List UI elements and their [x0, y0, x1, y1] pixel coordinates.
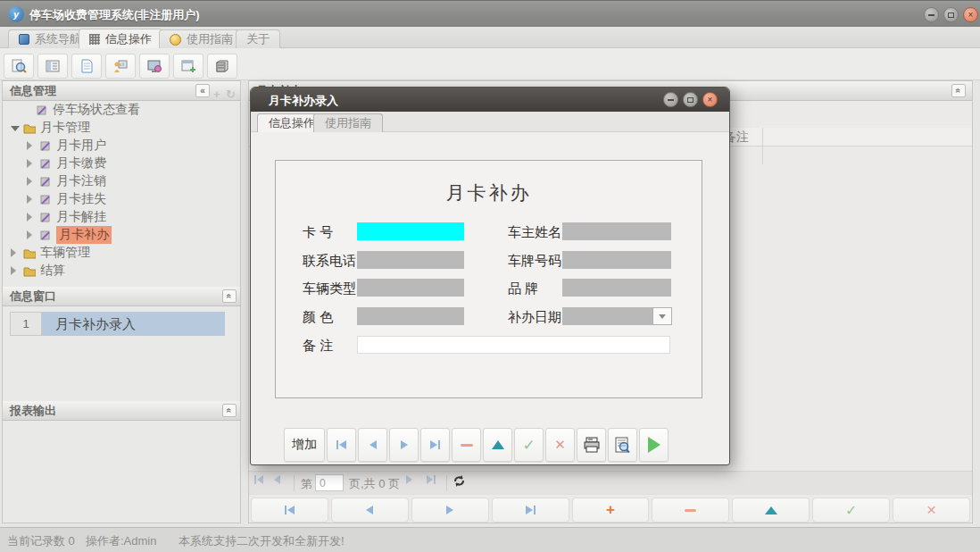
prior-record-button[interactable]	[331, 498, 409, 523]
chevron-right-icon[interactable]	[11, 266, 20, 275]
user-chart-button[interactable]	[105, 54, 136, 79]
next-record-button[interactable]	[389, 428, 419, 462]
separator	[294, 475, 295, 491]
print-preview-button[interactable]	[608, 428, 637, 462]
remark-input[interactable]	[357, 336, 670, 354]
brand-input[interactable]	[562, 279, 671, 297]
tab-info-operation[interactable]: 信息操作	[79, 29, 162, 48]
reissue-date-input[interactable]	[562, 307, 652, 325]
chevron-down-icon[interactable]	[11, 126, 20, 131]
last-page-button[interactable]	[427, 475, 436, 484]
edit-record-button[interactable]	[483, 428, 512, 462]
first-record-button[interactable]	[327, 428, 356, 462]
cancel-record-button[interactable]: ✕	[893, 498, 970, 523]
info-window-row-number: 1	[10, 312, 42, 336]
edit-record-button[interactable]	[732, 498, 810, 523]
delete-record-button[interactable]	[652, 498, 729, 523]
next-page-button[interactable]	[406, 475, 412, 484]
tree-item-label: 月卡解挂	[56, 209, 106, 225]
tab-label: 关于	[246, 31, 270, 47]
tree-item-vehicle-mgmt[interactable]: 车辆管理	[3, 244, 240, 262]
collapse-report-output-button[interactable]: «	[222, 404, 237, 417]
chevron-up-icon: «	[224, 294, 236, 299]
dialog-close-button[interactable]: ×	[702, 92, 718, 107]
tab-label: 使用指南	[187, 31, 233, 47]
post-record-button[interactable]: ✓	[514, 428, 544, 462]
last-record-button[interactable]	[420, 428, 450, 462]
card-no-input[interactable]	[357, 222, 464, 240]
collapse-info-window-button[interactable]: «	[222, 289, 237, 303]
list-view-button[interactable]	[37, 54, 68, 79]
insert-record-button[interactable]: +	[572, 498, 650, 523]
vehicle-type-input[interactable]	[357, 279, 464, 297]
info-window-row[interactable]: 月卡补办录入	[42, 312, 225, 336]
cancel-record-button[interactable]: ✕	[545, 428, 575, 462]
dialog-minimize-button[interactable]	[663, 92, 678, 107]
refresh-button[interactable]	[453, 474, 466, 491]
tree-item-card-user[interactable]: 月卡用户	[3, 137, 240, 155]
refresh-icon	[453, 474, 466, 488]
tree-item-monthly-card-mgmt[interactable]: 月卡管理	[3, 119, 240, 137]
pagination-bar: 第 页,共 0 页	[249, 471, 972, 495]
tree-item-card-report-loss[interactable]: 月卡挂失	[3, 190, 240, 208]
page-number-input[interactable]	[315, 474, 344, 491]
dialog-maximize-button[interactable]	[683, 92, 698, 107]
post-record-button[interactable]: ✓	[812, 498, 890, 523]
tree-item-card-cancel[interactable]: 月卡注销	[3, 172, 240, 190]
plate-no-input[interactable]	[562, 251, 671, 269]
phone-input[interactable]	[357, 251, 464, 269]
chevron-right-icon[interactable]	[11, 248, 20, 257]
tree-item-card-reissue[interactable]: 月卡补办	[3, 226, 240, 244]
next-icon	[446, 506, 453, 514]
status-bar: 当前记录数 0 操作者:Admin 本系统支持二次开发和全新开发!	[0, 527, 980, 552]
reissue-date-dropdown-button[interactable]	[652, 307, 672, 325]
last-record-button[interactable]	[492, 498, 569, 523]
next-record-button[interactable]	[411, 498, 489, 523]
new-window-button[interactable]	[173, 54, 203, 79]
maximize-icon	[948, 13, 954, 18]
tree-item-settlement[interactable]: 结算	[3, 262, 240, 280]
dialog-button-row: 增加 ✓ ✕	[284, 428, 669, 462]
execute-button[interactable]	[639, 428, 669, 462]
form-icon	[39, 193, 52, 205]
delete-record-button[interactable]	[452, 428, 481, 462]
color-input[interactable]	[357, 307, 464, 325]
dialog-title-bar[interactable]: 月卡补办录入 ×	[251, 88, 729, 112]
tree-item-parking-status[interactable]: 停车场状态查看	[3, 101, 240, 119]
tree-item-card-payment[interactable]: 月卡缴费	[3, 155, 240, 172]
close-button[interactable]: ×	[963, 7, 978, 22]
main-tab-bar: 系统导航 信息操作 使用指南 关于	[0, 27, 980, 48]
prior-record-button[interactable]	[358, 428, 387, 462]
tree-item-card-unloss[interactable]: 月卡解挂	[3, 208, 240, 226]
owner-name-input[interactable]	[562, 222, 671, 240]
monitor-button[interactable]	[139, 54, 170, 79]
chevron-right-icon[interactable]	[27, 141, 36, 150]
drawer-button[interactable]	[207, 54, 237, 79]
tree-item-label: 停车场状态查看	[53, 102, 140, 118]
chevron-right-icon[interactable]	[27, 177, 36, 186]
chevron-right-icon[interactable]	[27, 195, 36, 204]
first-page-button[interactable]	[254, 475, 263, 484]
tab-user-guide[interactable]: 使用指南	[159, 29, 244, 48]
first-record-button[interactable]	[251, 498, 328, 523]
document-button[interactable]	[71, 54, 102, 79]
tree-item-label-selected: 月卡补办	[56, 226, 112, 244]
collapse-sidebar-button[interactable]: «	[195, 84, 210, 97]
dialog-tab-user-guide[interactable]: 使用指南	[313, 113, 383, 132]
tree-item-label: 月卡注销	[56, 173, 106, 189]
add-button[interactable]: 增加	[284, 428, 325, 462]
title-bar: y 停车场收费管理系统(非注册用户) ×	[0, 0, 980, 27]
collapse-content-button[interactable]: «	[951, 84, 966, 97]
print-button[interactable]	[577, 428, 606, 462]
prev-page-button[interactable]	[274, 475, 280, 484]
minimize-button[interactable]	[924, 7, 939, 22]
chevron-right-icon[interactable]	[27, 230, 36, 239]
vehicle-type-label: 车辆类型	[303, 280, 356, 297]
search-button[interactable]	[4, 54, 34, 79]
tab-about[interactable]: 关于	[236, 29, 280, 48]
status-message: 本系统支持二次开发和全新开发!	[179, 533, 345, 549]
chevron-right-icon[interactable]	[27, 213, 36, 222]
maximize-button[interactable]	[943, 7, 959, 22]
tree-item-label: 月卡挂失	[56, 191, 106, 207]
chevron-right-icon[interactable]	[27, 159, 36, 168]
